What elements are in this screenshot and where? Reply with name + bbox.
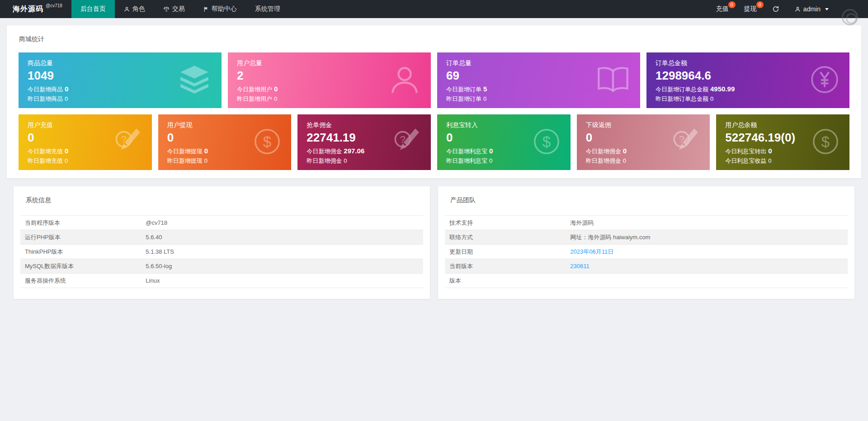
sub-label: 昨日新增订单总金额 bbox=[656, 95, 708, 102]
stat-card-title: 利息宝转入 bbox=[446, 121, 561, 129]
nav-item-help[interactable]: 帮助中心 bbox=[194, 0, 246, 18]
refresh-icon bbox=[772, 5, 779, 13]
user-icon bbox=[795, 6, 801, 12]
stat-card-value: 1049 bbox=[28, 69, 212, 83]
row-label: 运行PHP版本 bbox=[20, 230, 141, 245]
stat-card: 订单总金额 1298964.6 今日新增订单总金额4950.99 昨日新增订单总… bbox=[646, 52, 849, 108]
table-row: MySQL数据库版本 5.6.50-log bbox=[20, 259, 423, 274]
sub-label: 今日新增订单总金额 bbox=[656, 86, 708, 93]
system-info-table: 当前程序版本 @cv718 运行PHP版本 5.6.40 ThinkPHP版本 … bbox=[20, 215, 423, 288]
system-info-title: 系统信息 bbox=[19, 192, 425, 213]
row-value: 海外源码 bbox=[570, 219, 594, 226]
stat-card: 用户充值 0 今日新增充值0 昨日新增充值0 ? bbox=[19, 114, 152, 170]
stat-card-yesterday: 昨日新增佣金0 bbox=[307, 157, 422, 165]
stat-card: 利息宝转入 0 今日新增利息宝0 昨日新增利息宝0 $ bbox=[437, 114, 571, 170]
stat-card-value: 69 bbox=[446, 69, 631, 83]
sub-label: 昨日新增利息宝 bbox=[446, 157, 487, 164]
stats-panel: 商城统计 商品总量 1049 今日新增商品0 昨日新增商品0 用户总量 bbox=[7, 25, 861, 178]
user-menu[interactable]: admin bbox=[787, 0, 836, 18]
nav-item-home[interactable]: 后台首页 bbox=[71, 0, 115, 18]
main-menu: 后台首页 角色 交易 帮助中心 系统管理 bbox=[71, 0, 289, 18]
stat-card-yesterday: 昨日新增商品0 bbox=[28, 95, 212, 103]
stat-card: 商品总量 1049 今日新增商品0 昨日新增商品0 bbox=[19, 52, 222, 108]
row-value: @cv718 bbox=[146, 219, 167, 226]
sub-value: 0 bbox=[710, 95, 713, 102]
sub-label: 昨日新增佣金 bbox=[307, 157, 342, 164]
stat-card-today: 今日新增订单总金额4950.99 bbox=[656, 85, 840, 94]
sub-label: 今日利息宝转出 bbox=[725, 148, 766, 155]
row-label: 当前版本 bbox=[445, 259, 566, 274]
sub-value: 0 bbox=[623, 157, 626, 164]
stat-card-value: 0 bbox=[28, 131, 143, 145]
stats-row-2: 用户充值 0 今日新增充值0 昨日新增充值0 ? 用户提现 0 今日新增提现0 bbox=[12, 114, 856, 170]
system-info-panel: 系统信息 当前程序版本 @cv718 运行PHP版本 5.6.40 bbox=[14, 186, 430, 299]
stat-card-today: 今日新增商品0 bbox=[28, 85, 212, 94]
recharge-button[interactable]: 充值 0 bbox=[708, 0, 736, 18]
stat-card-yesterday: 昨日新增佣金0 bbox=[586, 157, 701, 165]
nav-item-label: 角色 bbox=[132, 5, 145, 13]
stat-card-today: 今日新增利息宝0 bbox=[446, 147, 561, 156]
stat-card-title: 用户总量 bbox=[237, 59, 422, 67]
row-label: ThinkPHP版本 bbox=[20, 245, 141, 259]
sub-label: 昨日新增用户 bbox=[237, 95, 272, 102]
table-row: 版本 bbox=[445, 274, 848, 288]
stat-card-value: 522746.19(0) bbox=[725, 131, 840, 145]
stat-card-title: 订单总金额 bbox=[656, 59, 840, 67]
stat-card: 用户总量 2 今日新增用户0 昨日新增用户0 bbox=[228, 52, 431, 108]
row-value[interactable]: 2023年06月11日 bbox=[570, 248, 613, 255]
product-team-panel: 产品团队 技术支持 海外源码 联络方式 网址：海外源码 haiwaiym.com bbox=[438, 186, 854, 299]
sub-value: 0 bbox=[483, 95, 486, 102]
stat-card-title: 用户充值 bbox=[28, 121, 143, 129]
nav-item-trade[interactable]: 交易 bbox=[154, 0, 194, 18]
stat-card-title: 商品总量 bbox=[28, 59, 212, 67]
row-label: 联络方式 bbox=[445, 230, 566, 245]
nav-item-label: 交易 bbox=[172, 5, 185, 13]
row-label: 技术支持 bbox=[445, 216, 566, 230]
row-label: 更新日期 bbox=[445, 245, 566, 259]
row-value: 5.6.50-log bbox=[146, 263, 172, 270]
stat-card: 订单总量 69 今日新增订单5 昨日新增订单0 bbox=[437, 52, 640, 108]
nav-item-system[interactable]: 系统管理 bbox=[246, 0, 289, 18]
stat-card: 抢单佣金 22741.19 今日新增佣金297.06 昨日新增佣金0 ? bbox=[297, 114, 431, 170]
table-row: 更新日期 2023年06月11日 bbox=[445, 245, 848, 259]
row-value: Linux bbox=[146, 277, 160, 284]
table-row: 联络方式 网址：海外源码 haiwaiym.com bbox=[445, 230, 848, 245]
nav-item-roles[interactable]: 角色 bbox=[115, 0, 154, 18]
top-navbar: 海外源码 @cv718 后台首页 角色 交易 帮助中心 bbox=[0, 0, 868, 18]
stat-card-title: 用户提现 bbox=[167, 121, 283, 129]
stat-card-yesterday: 昨日新增充值0 bbox=[28, 157, 143, 165]
sub-label: 今日利息宝收益 bbox=[725, 157, 766, 164]
product-team-table: 技术支持 海外源码 联络方式 网址：海外源码 haiwaiym.com 更新日期… bbox=[445, 215, 848, 288]
stat-card: 用户提现 0 今日新增提现0 昨日新增提现0 $ bbox=[158, 114, 292, 170]
chevron-down-icon bbox=[825, 8, 829, 10]
sub-label: 今日新增佣金 bbox=[586, 148, 621, 155]
withdraw-badge: 0 bbox=[756, 1, 764, 8]
sub-value: 0 bbox=[489, 147, 493, 155]
stat-card-value: 22741.19 bbox=[307, 131, 422, 145]
sub-value: 0 bbox=[489, 157, 492, 164]
row-value: 网址：海外源码 haiwaiym.com bbox=[570, 234, 650, 241]
stat-card-today: 今日新增提现0 bbox=[167, 147, 283, 156]
stat-card-today: 今日新增佣金297.06 bbox=[307, 147, 422, 156]
sub-value: 0 bbox=[204, 157, 208, 164]
refresh-button[interactable] bbox=[764, 0, 787, 18]
stat-card-today: 今日新增用户0 bbox=[237, 85, 422, 94]
withdraw-label: 提现 bbox=[744, 5, 757, 13]
sub-value: 0 bbox=[274, 95, 277, 102]
stat-card: 下级返佣 0 今日新增佣金0 昨日新增佣金0 ? bbox=[577, 114, 710, 170]
sub-label: 今日新增利息宝 bbox=[446, 148, 487, 155]
stat-card-value: 0 bbox=[167, 131, 283, 145]
row-value[interactable]: 230611 bbox=[570, 263, 589, 270]
withdraw-button[interactable]: 提现 0 bbox=[736, 0, 764, 18]
sub-label: 昨日新增充值 bbox=[28, 157, 63, 164]
stat-card-value: 0 bbox=[586, 131, 701, 145]
stat-card-today: 今日利息宝转出0 bbox=[725, 147, 840, 156]
stat-card-title: 下级返佣 bbox=[586, 121, 701, 129]
row-value: 5.6.40 bbox=[146, 234, 162, 241]
sub-value: 0 bbox=[623, 147, 627, 155]
row-label: 版本 bbox=[445, 274, 566, 288]
row-label: MySQL数据库版本 bbox=[20, 259, 141, 274]
stats-panel-title: 商城统计 bbox=[12, 31, 856, 52]
sub-value: 0 bbox=[65, 85, 68, 93]
stat-card-title: 用户总余额 bbox=[725, 121, 840, 129]
